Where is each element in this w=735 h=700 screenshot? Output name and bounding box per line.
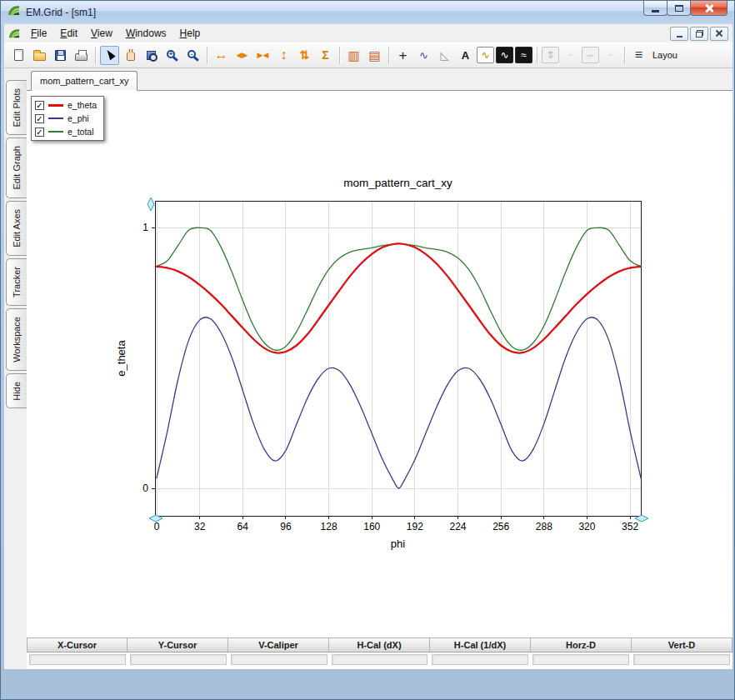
open-icon <box>33 52 46 61</box>
readout: X-CursorY-CursorV-CaliperH-Cal (dX)H-Cal… <box>27 638 732 665</box>
caliper-button[interactable]: ◺ <box>435 46 454 65</box>
sidebar-tab-workspace[interactable]: Workspace <box>6 308 27 371</box>
toolbar-separator <box>339 47 340 64</box>
series-e_theta <box>157 243 641 352</box>
toolbar-separator <box>624 47 625 64</box>
window-title: EM.Grid - [sm1] <box>26 7 96 18</box>
sidebar-tab-tracker[interactable]: Tracker <box>6 258 27 306</box>
readout-header: H-Cal (1/dX) <box>430 638 531 652</box>
toolbar-separator <box>95 47 96 64</box>
maximize-button[interactable] <box>667 1 691 16</box>
text-tool-button[interactable]: A <box>456 46 475 65</box>
chart[interactable]: 032649612816019222425628832035201mom_pat… <box>27 91 732 634</box>
svg-text:288: 288 <box>536 521 552 532</box>
legend-line-sample <box>48 118 63 119</box>
insert-row-button[interactable]: ▤ <box>365 46 384 65</box>
workarea: Edit PlotsEdit GraphEdit AxesTrackerWork… <box>4 68 732 669</box>
close-button[interactable] <box>690 1 728 16</box>
legend-checkbox[interactable]: ✓ <box>35 128 44 137</box>
legend-item[interactable]: ✓e_phi <box>32 112 103 125</box>
sidebar-tab-hide[interactable]: Hide <box>6 373 27 409</box>
pattern-plot-icon: ∿ <box>481 50 489 60</box>
fit-y-disabled-icon: ⇕ <box>546 50 554 60</box>
zoom-in-icon <box>167 50 175 58</box>
caption-buttons <box>644 1 728 16</box>
toolbar-separator <box>388 47 389 64</box>
new-button[interactable] <box>9 46 28 65</box>
zoom-in-button[interactable] <box>162 46 182 65</box>
wave-plot-2-button[interactable]: ≈ <box>515 47 532 63</box>
svg-text:224: 224 <box>449 521 466 532</box>
series-e_total <box>157 228 641 350</box>
minimize-button[interactable] <box>643 1 668 16</box>
maximize-icon <box>675 5 683 12</box>
sidebar-tab-edit-graph[interactable]: Edit Graph <box>6 138 27 198</box>
gridlines <box>155 201 641 516</box>
sidebar-tab-edit-axes[interactable]: Edit Axes <box>6 201 27 256</box>
svg-text:256: 256 <box>492 521 509 532</box>
zoom-region-button[interactable] <box>142 46 161 65</box>
spacer-2-disabled-button: ▫ <box>601 46 620 65</box>
expand-y-icon: ⇅ <box>300 49 310 61</box>
mdi-minimize-button[interactable] <box>670 27 688 41</box>
print-button[interactable] <box>72 46 91 65</box>
readout-header: Horz-D <box>531 638 632 652</box>
legend-label: e_total <box>68 127 94 137</box>
spacer-2-disabled-icon: ▫ <box>609 52 612 59</box>
legend-item[interactable]: ✓e_total <box>32 125 103 138</box>
expand-x-button[interactable]: ◀▶ <box>232 46 252 65</box>
svg-text:0: 0 <box>154 521 160 532</box>
legend-checkbox[interactable]: ✓ <box>35 101 44 110</box>
axes-tool-button[interactable]: ∿ <box>414 46 433 65</box>
y-axis-handle[interactable] <box>148 198 154 211</box>
wave-plot-icon: ∿ <box>500 50 508 60</box>
legend-checkbox[interactable]: ✓ <box>35 114 44 123</box>
x-axis-label: phi <box>391 538 405 550</box>
sidebar-tab-edit-plots[interactable]: Edit Plots <box>6 80 27 135</box>
menu-view[interactable]: View <box>84 25 119 42</box>
menu-file[interactable]: File <box>24 25 53 42</box>
document-tab[interactable]: mom_pattern_cart_xy <box>31 71 138 91</box>
fit-width-icon: ↔ <box>215 48 228 62</box>
legend-toggle-button[interactable]: ≡ <box>629 46 648 65</box>
autoscale-icon: Σ <box>322 49 328 61</box>
zoom-region-icon <box>147 51 156 60</box>
titlebar[interactable]: EM.Grid - [sm1] <box>1 1 734 24</box>
legend-item[interactable]: ✓e_theta <box>32 98 103 112</box>
wave-plot-2-icon: ≈ <box>521 50 527 60</box>
mdi-close-button[interactable] <box>710 27 728 41</box>
expand-y-button[interactable]: ⇅ <box>295 46 314 65</box>
print-icon <box>75 53 88 61</box>
menu-help[interactable]: Help <box>173 25 208 42</box>
crosshair-button[interactable]: + <box>393 46 412 65</box>
legend-line-sample <box>48 104 63 107</box>
fit-height-button[interactable]: ↕ <box>274 46 293 65</box>
fit-width-button[interactable]: ↔ <box>212 46 231 65</box>
insert-row-icon: ▤ <box>368 49 380 62</box>
menu-edit[interactable]: Edit <box>53 25 84 42</box>
select-tool-button[interactable] <box>100 46 119 65</box>
fit-y-disabled-button: ⇕ <box>542 47 559 63</box>
readout-header: Y-Cursor <box>128 638 228 652</box>
layout-button[interactable]: Layou <box>650 46 678 65</box>
svg-text:320: 320 <box>578 521 595 532</box>
minimize-icon <box>652 10 659 12</box>
mdi-restore-button[interactable] <box>690 27 708 41</box>
compress-x-button[interactable]: ▶◀ <box>253 46 272 65</box>
pattern-plot-button[interactable]: ∿ <box>477 47 494 63</box>
mdi-minimize-icon <box>677 36 682 38</box>
sidebar-tab-label: Hide <box>12 382 22 401</box>
pan-tool-button[interactable] <box>121 46 140 65</box>
open-button[interactable] <box>30 46 49 65</box>
zoom-out-button[interactable] <box>183 46 202 65</box>
save-button[interactable] <box>51 46 70 65</box>
sidebar-tab-label: Tracker <box>12 267 22 298</box>
menu-windows[interactable]: Windows <box>119 25 173 42</box>
sidebar-tab-label: Edit Plots <box>12 88 22 127</box>
readout-cell <box>532 654 629 665</box>
autoscale-button[interactable]: Σ <box>316 46 335 65</box>
wave-plot-button[interactable]: ∿ <box>496 47 513 63</box>
legend[interactable]: ✓e_theta✓e_phi✓e_total <box>31 96 104 141</box>
insert-column-button[interactable]: ▥ <box>344 46 363 65</box>
app-window: EM.Grid - [sm1] File Edit View Windows H… <box>0 0 735 700</box>
